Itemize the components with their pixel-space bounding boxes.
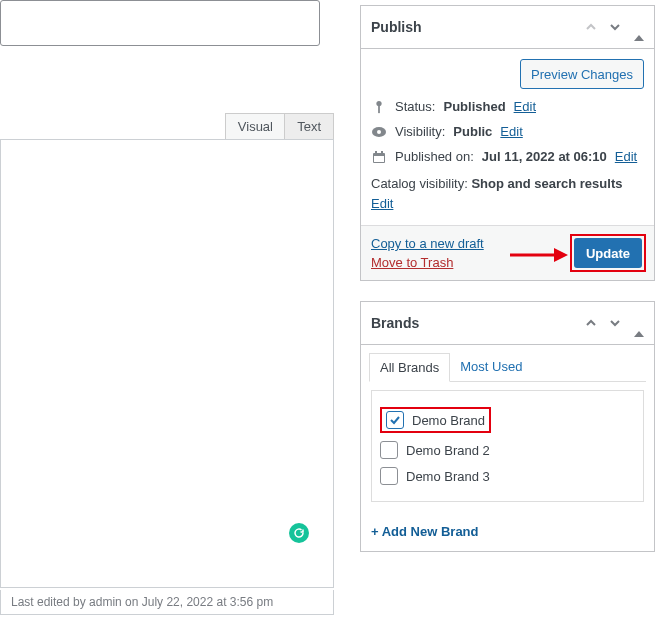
published-edit-link[interactable]: Edit [615, 149, 637, 164]
catalog-edit-link[interactable]: Edit [371, 196, 393, 211]
tab-all-brands[interactable]: All Brands [369, 353, 450, 382]
catalog-value: Shop and search results [471, 176, 622, 191]
add-new-brand-link[interactable]: + Add New Brand [371, 524, 644, 539]
tab-text[interactable]: Text [284, 113, 334, 139]
tab-visual[interactable]: Visual [225, 113, 286, 139]
brand-label[interactable]: Demo Brand 3 [406, 469, 490, 484]
brand-checkbox[interactable] [380, 467, 398, 485]
publish-metabox: Publish Preview Changes Status: Publishe… [360, 5, 655, 281]
update-button[interactable]: Update [574, 238, 642, 268]
brand-checklist: Demo Brand Demo Brand 2 Demo Brand 3 [371, 390, 644, 502]
visibility-label: Visibility: [395, 124, 445, 139]
editor-statusbar: Last edited by admin on July 22, 2022 at… [0, 590, 334, 615]
annotation-arrow-icon [510, 246, 568, 264]
tab-most-used[interactable]: Most Used [450, 353, 532, 381]
status-edit-link[interactable]: Edit [514, 99, 536, 114]
brand-label[interactable]: Demo Brand 2 [406, 443, 490, 458]
status-value: Published [443, 99, 505, 114]
svg-point-3 [377, 130, 381, 134]
move-up-icon[interactable] [586, 315, 596, 331]
catalog-label: Catalog visibility: [371, 176, 468, 191]
svg-marker-9 [554, 248, 568, 262]
svg-rect-5 [374, 156, 384, 162]
svg-rect-6 [375, 151, 377, 154]
svg-rect-7 [381, 151, 383, 154]
brands-title: Brands [371, 315, 419, 331]
published-label: Published on: [395, 149, 474, 164]
preview-changes-button[interactable]: Preview Changes [520, 59, 644, 89]
published-value: Jul 11, 2022 at 06:10 [482, 149, 607, 164]
pin-icon [371, 100, 387, 114]
editor-tabs: Visual Text [0, 113, 334, 140]
last-edited-text: Last edited by admin on July 22, 2022 at… [11, 595, 273, 609]
move-down-icon[interactable] [610, 315, 620, 331]
annotation-highlight: Demo Brand [380, 407, 491, 433]
visibility-value: Public [453, 124, 492, 139]
brand-checkbox[interactable] [380, 441, 398, 459]
brand-checkbox[interactable] [386, 411, 404, 429]
eye-icon [371, 127, 387, 137]
visibility-edit-link[interactable]: Edit [500, 124, 522, 139]
brands-metabox: Brands All Brands Most Used Demo Br [360, 301, 655, 552]
brand-label[interactable]: Demo Brand [412, 413, 485, 428]
annotation-highlight: Update [570, 234, 646, 272]
move-down-icon[interactable] [610, 19, 620, 35]
publish-title: Publish [371, 19, 422, 35]
calendar-icon [371, 151, 387, 163]
grammarly-icon[interactable] [289, 523, 309, 543]
editor-content[interactable] [0, 139, 334, 588]
post-title-input[interactable] [0, 0, 320, 46]
svg-rect-1 [378, 105, 380, 113]
status-label: Status: [395, 99, 435, 114]
toggle-icon[interactable] [634, 315, 644, 331]
move-up-icon[interactable] [586, 19, 596, 35]
toggle-icon[interactable] [634, 19, 644, 35]
